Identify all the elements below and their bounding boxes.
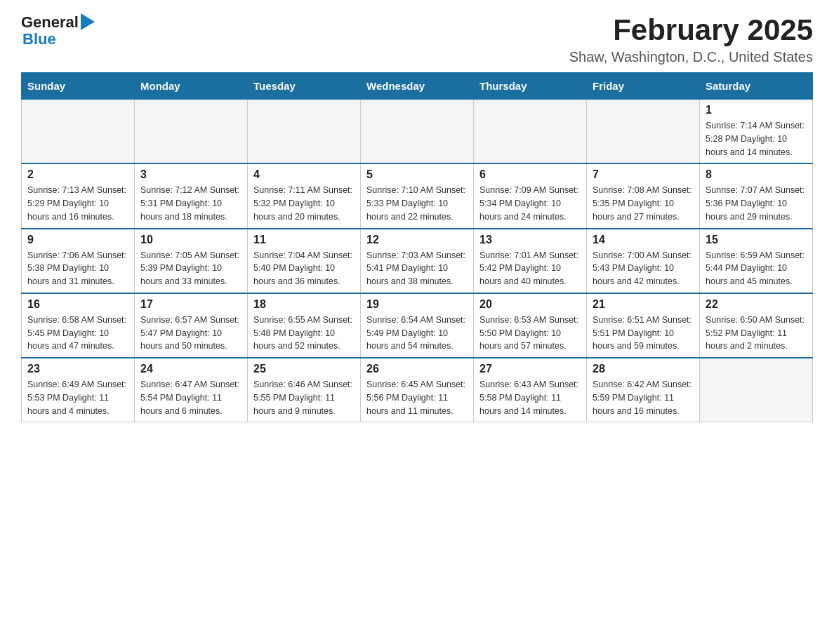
col-tuesday: Tuesday [248, 73, 361, 100]
day-info: Sunrise: 6:53 AM Sunset: 5:50 PM Dayligh… [479, 314, 581, 353]
col-sunday: Sunday [22, 73, 135, 100]
day-number: 13 [479, 234, 581, 246]
day-number: 25 [253, 363, 355, 375]
page-header: General Blue February 2025 Shaw, Washing… [21, 14, 813, 65]
table-row [22, 100, 135, 164]
table-row: 26Sunrise: 6:45 AM Sunset: 5:56 PM Dayli… [361, 358, 474, 422]
table-row: 14Sunrise: 7:00 AM Sunset: 5:43 PM Dayli… [587, 229, 700, 293]
table-row: 8Sunrise: 7:07 AM Sunset: 5:36 PM Daylig… [700, 163, 813, 228]
day-number: 26 [366, 363, 468, 375]
table-row: 22Sunrise: 6:50 AM Sunset: 5:52 PM Dayli… [700, 293, 813, 358]
table-row: 6Sunrise: 7:09 AM Sunset: 5:34 PM Daylig… [474, 163, 587, 228]
day-number: 9 [27, 234, 128, 246]
day-number: 2 [27, 168, 128, 181]
table-row: 24Sunrise: 6:47 AM Sunset: 5:54 PM Dayli… [135, 358, 248, 422]
day-info: Sunrise: 6:54 AM Sunset: 5:49 PM Dayligh… [366, 314, 468, 353]
table-row: 7Sunrise: 7:08 AM Sunset: 5:35 PM Daylig… [587, 163, 700, 228]
col-monday: Monday [135, 73, 248, 100]
day-info: Sunrise: 7:08 AM Sunset: 5:35 PM Dayligh… [593, 184, 694, 223]
day-number: 16 [27, 298, 128, 311]
calendar-week-row: 16Sunrise: 6:58 AM Sunset: 5:45 PM Dayli… [22, 293, 813, 358]
day-info: Sunrise: 6:42 AM Sunset: 5:59 PM Dayligh… [593, 378, 694, 417]
calendar-week-row: 9Sunrise: 7:06 AM Sunset: 5:38 PM Daylig… [22, 229, 813, 293]
calendar-title: February 2025 [569, 14, 813, 46]
day-info: Sunrise: 7:13 AM Sunset: 5:29 PM Dayligh… [27, 184, 128, 223]
table-row: 23Sunrise: 6:49 AM Sunset: 5:53 PM Dayli… [22, 358, 135, 422]
day-number: 7 [593, 168, 694, 181]
table-row [361, 100, 474, 164]
day-info: Sunrise: 6:45 AM Sunset: 5:56 PM Dayligh… [366, 378, 468, 417]
svg-marker-0 [81, 13, 95, 30]
table-row: 16Sunrise: 6:58 AM Sunset: 5:45 PM Dayli… [22, 293, 135, 358]
logo-text-blue: Blue [22, 31, 56, 48]
table-row: 9Sunrise: 7:06 AM Sunset: 5:38 PM Daylig… [22, 229, 135, 293]
col-saturday: Saturday [700, 73, 813, 100]
col-friday: Friday [587, 73, 700, 100]
day-number: 12 [366, 234, 468, 246]
day-number: 14 [593, 234, 694, 246]
day-number: 10 [140, 234, 241, 246]
table-row: 19Sunrise: 6:54 AM Sunset: 5:49 PM Dayli… [361, 293, 474, 358]
table-row: 10Sunrise: 7:05 AM Sunset: 5:39 PM Dayli… [135, 229, 248, 293]
day-info: Sunrise: 6:43 AM Sunset: 5:58 PM Dayligh… [479, 378, 581, 417]
table-row: 15Sunrise: 6:59 AM Sunset: 5:44 PM Dayli… [700, 229, 813, 293]
table-row: 20Sunrise: 6:53 AM Sunset: 5:50 PM Dayli… [474, 293, 587, 358]
day-info: Sunrise: 7:14 AM Sunset: 5:28 PM Dayligh… [706, 119, 807, 159]
table-row [135, 100, 248, 164]
day-info: Sunrise: 7:11 AM Sunset: 5:32 PM Dayligh… [253, 184, 355, 223]
table-row: 2Sunrise: 7:13 AM Sunset: 5:29 PM Daylig… [22, 163, 135, 228]
day-info: Sunrise: 7:07 AM Sunset: 5:36 PM Dayligh… [706, 184, 807, 223]
table-row: 5Sunrise: 7:10 AM Sunset: 5:33 PM Daylig… [361, 163, 474, 228]
logo: General Blue [21, 14, 95, 48]
day-info: Sunrise: 6:49 AM Sunset: 5:53 PM Dayligh… [27, 378, 128, 417]
day-number: 5 [366, 168, 468, 181]
table-row: 18Sunrise: 6:55 AM Sunset: 5:48 PM Dayli… [248, 293, 361, 358]
table-row: 25Sunrise: 6:46 AM Sunset: 5:55 PM Dayli… [248, 358, 361, 422]
calendar-table: Sunday Monday Tuesday Wednesday Thursday… [21, 72, 813, 422]
col-thursday: Thursday [474, 73, 587, 100]
day-info: Sunrise: 6:46 AM Sunset: 5:55 PM Dayligh… [253, 378, 355, 417]
day-info: Sunrise: 7:01 AM Sunset: 5:42 PM Dayligh… [479, 249, 581, 288]
day-number: 4 [253, 168, 355, 181]
table-row: 4Sunrise: 7:11 AM Sunset: 5:32 PM Daylig… [248, 163, 361, 228]
day-info: Sunrise: 7:05 AM Sunset: 5:39 PM Dayligh… [140, 249, 241, 288]
day-info: Sunrise: 7:10 AM Sunset: 5:33 PM Dayligh… [366, 184, 468, 223]
day-info: Sunrise: 6:59 AM Sunset: 5:44 PM Dayligh… [706, 249, 807, 288]
day-info: Sunrise: 7:09 AM Sunset: 5:34 PM Dayligh… [479, 184, 581, 223]
day-number: 18 [253, 298, 355, 311]
col-wednesday: Wednesday [361, 73, 474, 100]
day-info: Sunrise: 6:58 AM Sunset: 5:45 PM Dayligh… [27, 314, 128, 353]
table-row [248, 100, 361, 164]
table-row: 3Sunrise: 7:12 AM Sunset: 5:31 PM Daylig… [135, 163, 248, 228]
day-info: Sunrise: 6:51 AM Sunset: 5:51 PM Dayligh… [593, 314, 694, 353]
day-info: Sunrise: 7:00 AM Sunset: 5:43 PM Dayligh… [593, 249, 694, 288]
day-number: 27 [479, 363, 581, 375]
table-row: 1Sunrise: 7:14 AM Sunset: 5:28 PM Daylig… [700, 100, 813, 164]
table-row: 28Sunrise: 6:42 AM Sunset: 5:59 PM Dayli… [587, 358, 700, 422]
day-number: 15 [706, 234, 807, 246]
day-number: 23 [27, 363, 128, 375]
day-number: 19 [366, 298, 468, 311]
day-number: 6 [479, 168, 581, 181]
logo-triangle-icon [81, 13, 95, 30]
table-row: 12Sunrise: 7:03 AM Sunset: 5:41 PM Dayli… [361, 229, 474, 293]
day-info: Sunrise: 7:12 AM Sunset: 5:31 PM Dayligh… [140, 184, 241, 223]
table-row: 13Sunrise: 7:01 AM Sunset: 5:42 PM Dayli… [474, 229, 587, 293]
table-row [587, 100, 700, 164]
table-row [700, 358, 813, 422]
day-info: Sunrise: 7:06 AM Sunset: 5:38 PM Dayligh… [27, 249, 128, 288]
calendar-week-row: 1Sunrise: 7:14 AM Sunset: 5:28 PM Daylig… [22, 100, 813, 164]
table-row: 27Sunrise: 6:43 AM Sunset: 5:58 PM Dayli… [474, 358, 587, 422]
logo-text-general: General [21, 14, 79, 31]
table-row: 21Sunrise: 6:51 AM Sunset: 5:51 PM Dayli… [587, 293, 700, 358]
day-info: Sunrise: 7:03 AM Sunset: 5:41 PM Dayligh… [366, 249, 468, 288]
day-info: Sunrise: 6:50 AM Sunset: 5:52 PM Dayligh… [706, 314, 807, 353]
day-number: 20 [479, 298, 581, 311]
calendar-week-row: 2Sunrise: 7:13 AM Sunset: 5:29 PM Daylig… [22, 163, 813, 228]
calendar-week-row: 23Sunrise: 6:49 AM Sunset: 5:53 PM Dayli… [22, 358, 813, 422]
day-number: 1 [706, 104, 807, 116]
logo-wordmark: General Blue [21, 14, 95, 48]
table-row [474, 100, 587, 164]
day-info: Sunrise: 6:57 AM Sunset: 5:47 PM Dayligh… [140, 314, 241, 353]
table-row: 11Sunrise: 7:04 AM Sunset: 5:40 PM Dayli… [248, 229, 361, 293]
